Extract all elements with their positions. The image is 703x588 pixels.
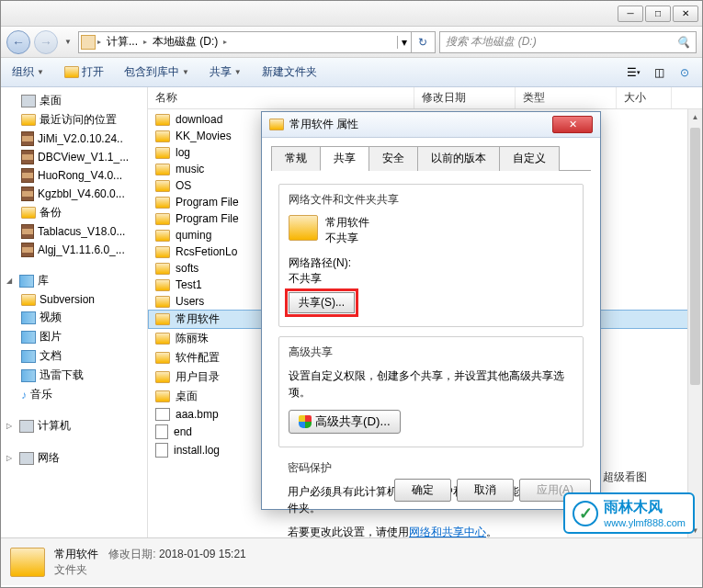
folder-icon bbox=[155, 197, 170, 209]
library-icon bbox=[19, 275, 34, 288]
close-button[interactable]: ✕ bbox=[673, 6, 698, 22]
network-center-link[interactable]: 网络和共享中心 bbox=[409, 526, 486, 538]
open-label: 打开 bbox=[82, 64, 104, 80]
tab-security[interactable]: 安全 bbox=[369, 146, 418, 171]
share-button[interactable]: 共享 ▼ bbox=[206, 62, 245, 83]
column-type[interactable]: 类型 bbox=[516, 87, 617, 108]
maximize-button[interactable]: □ bbox=[645, 6, 671, 22]
sidebar-item-label: DBCView_V1.1_... bbox=[38, 151, 129, 164]
dialog-close-button[interactable]: ✕ bbox=[552, 116, 593, 133]
folder-icon bbox=[155, 164, 170, 175]
sidebar-header-label: 计算机 bbox=[38, 418, 71, 434]
folder-icon bbox=[155, 147, 170, 159]
file-name: OS bbox=[176, 179, 191, 192]
sidebar-item[interactable]: 视频 bbox=[1, 308, 147, 327]
sidebar-item[interactable]: 图片 bbox=[1, 327, 147, 346]
sidebar-item[interactable]: 文档 bbox=[1, 346, 147, 366]
minimize-button[interactable]: ─ bbox=[618, 6, 643, 22]
breadcrumb[interactable]: ▸ 计算... ▸ 本地磁盘 (D:) ▸ ▾ ↻ bbox=[78, 31, 436, 53]
advanced-share-button[interactable]: 高级共享(D)... bbox=[289, 410, 401, 434]
sidebar-libraries-header[interactable]: ◢ 库 bbox=[1, 270, 147, 291]
share-button-highlighted[interactable]: 共享(S)... bbox=[289, 292, 355, 313]
ok-button[interactable]: 确定 bbox=[394, 479, 451, 502]
tab-content: 网络文件和文件夹共享 常用软件 不共享 网络路径(N): 不共享 共享(S)..… bbox=[271, 171, 591, 566]
sidebar-item[interactable]: DBCView_V1.1_... bbox=[1, 148, 147, 166]
sidebar-item-label: Tablacus_V18.0... bbox=[38, 225, 125, 238]
forward-button[interactable]: → bbox=[34, 30, 58, 54]
sidebar-item[interactable]: ♪音乐 bbox=[1, 385, 147, 404]
sidebar-item[interactable]: Tablacus_V18.0... bbox=[1, 222, 147, 241]
drive-icon bbox=[81, 35, 96, 50]
sidebar: 桌面 最近访问的位置 JiMi_V2.0.10.24.. DBCView_V1.… bbox=[1, 87, 148, 537]
new-folder-button[interactable]: 新建文件夹 bbox=[258, 62, 321, 83]
file-name: end bbox=[174, 425, 192, 438]
history-dropdown[interactable]: ▼ bbox=[62, 33, 74, 51]
breadcrumb-item[interactable]: 计算... bbox=[103, 32, 142, 52]
sidebar-item[interactable]: JiMi_V2.0.10.24.. bbox=[1, 130, 147, 148]
sidebar-item[interactable]: Subversion bbox=[1, 291, 147, 308]
sidebar-item[interactable]: Algj_V1.11.6.0_... bbox=[1, 241, 147, 259]
preview-pane-button[interactable]: ◫ bbox=[649, 62, 669, 83]
sidebar-item[interactable]: Kgzbbl_V4.60.0... bbox=[1, 185, 147, 203]
file-icon bbox=[155, 424, 168, 439]
watermark-logo-icon: ✓ bbox=[573, 501, 598, 526]
tab-versions[interactable]: 以前的版本 bbox=[417, 146, 500, 171]
column-size[interactable]: 大小 bbox=[617, 87, 672, 108]
sidebar-recent[interactable]: 最近访问的位置 bbox=[1, 110, 147, 130]
sidebar-desktop[interactable]: 桌面 bbox=[1, 91, 147, 110]
folder-icon bbox=[155, 114, 170, 126]
desktop-icon bbox=[21, 95, 36, 107]
folder-icon bbox=[155, 371, 170, 383]
cancel-button[interactable]: 取消 bbox=[457, 479, 514, 502]
sidebar-network-header[interactable]: ▷ 网络 bbox=[1, 447, 147, 469]
status-modified-value: 2018-01-09 15:21 bbox=[159, 548, 246, 560]
navigation-bar: ← → ▼ ▸ 计算... ▸ 本地磁盘 (D:) ▸ ▾ ↻ 搜索 本地磁盘 … bbox=[1, 27, 702, 58]
documents-icon bbox=[21, 350, 36, 363]
tab-general[interactable]: 常规 bbox=[271, 146, 321, 171]
open-button[interactable]: 打开 bbox=[61, 62, 108, 83]
sidebar-item[interactable]: 迅雷下载 bbox=[1, 366, 147, 385]
sidebar-header-label: 网络 bbox=[38, 450, 60, 466]
include-library-button[interactable]: 包含到库中 ▼ bbox=[120, 62, 193, 83]
folder-icon bbox=[155, 279, 170, 291]
folder-icon bbox=[155, 230, 170, 242]
organize-button[interactable]: 组织 ▼ bbox=[8, 62, 48, 83]
properties-dialog: 常用软件 属性 ✕ 常规 共享 安全 以前的版本 自定义 网络文件和文件夹共享 … bbox=[261, 111, 601, 510]
refresh-button[interactable]: ↻ bbox=[411, 31, 433, 53]
folder-icon bbox=[155, 263, 170, 275]
chevron-down-icon: ▼ bbox=[234, 68, 242, 76]
file-name: Program File bbox=[176, 212, 239, 225]
file-name: RcsFetionLo bbox=[176, 245, 237, 258]
breadcrumb-sep: ▸ bbox=[142, 38, 149, 46]
sidebar-item-label: 视频 bbox=[40, 310, 62, 325]
file-name: Users bbox=[176, 295, 204, 308]
netpath-label: 网络路径(N): bbox=[289, 255, 573, 271]
search-icon: 🔍 bbox=[676, 36, 690, 49]
scrollbar-thumb[interactable] bbox=[690, 128, 700, 385]
folder-icon bbox=[155, 130, 170, 142]
sidebar-item[interactable]: 备份 bbox=[1, 203, 147, 222]
sidebar-item[interactable]: HuoRong_V4.0... bbox=[1, 166, 147, 185]
folder-icon bbox=[155, 390, 170, 402]
tab-sharing[interactable]: 共享 bbox=[320, 146, 369, 171]
vertical-scrollbar[interactable]: ▲ ▼ bbox=[687, 109, 702, 537]
help-button[interactable]: ⊙ bbox=[675, 62, 695, 83]
file-name: 常用软件 bbox=[176, 311, 220, 327]
back-button[interactable]: ← bbox=[6, 30, 30, 54]
view-button[interactable]: ☰▾ bbox=[623, 62, 643, 83]
dialog-titlebar[interactable]: 常用软件 属性 ✕ bbox=[262, 112, 600, 138]
folder-icon bbox=[155, 180, 170, 192]
section-description: 设置自定义权限，创建多个共享，并设置其他高级共享选项。 bbox=[289, 368, 573, 401]
breadcrumb-dropdown[interactable]: ▾ bbox=[397, 36, 411, 49]
scroll-up-arrow[interactable]: ▲ bbox=[688, 109, 702, 124]
column-modified[interactable]: 修改日期 bbox=[414, 87, 516, 108]
breadcrumb-item[interactable]: 本地磁盘 (D:) bbox=[149, 32, 221, 52]
column-name[interactable]: 名称 bbox=[148, 87, 414, 108]
tab-customize[interactable]: 自定义 bbox=[499, 146, 560, 171]
sidebar-header-label: 库 bbox=[38, 273, 49, 288]
file-name: Program File bbox=[176, 196, 239, 209]
sidebar-item-label: Kgzbbl_V4.60.0... bbox=[38, 187, 125, 200]
sidebar-computer-header[interactable]: ▷ 计算机 bbox=[1, 415, 147, 436]
column-headers: 名称 修改日期 类型 大小 bbox=[148, 87, 702, 109]
search-input[interactable]: 搜索 本地磁盘 (D:) 🔍 bbox=[439, 31, 697, 53]
